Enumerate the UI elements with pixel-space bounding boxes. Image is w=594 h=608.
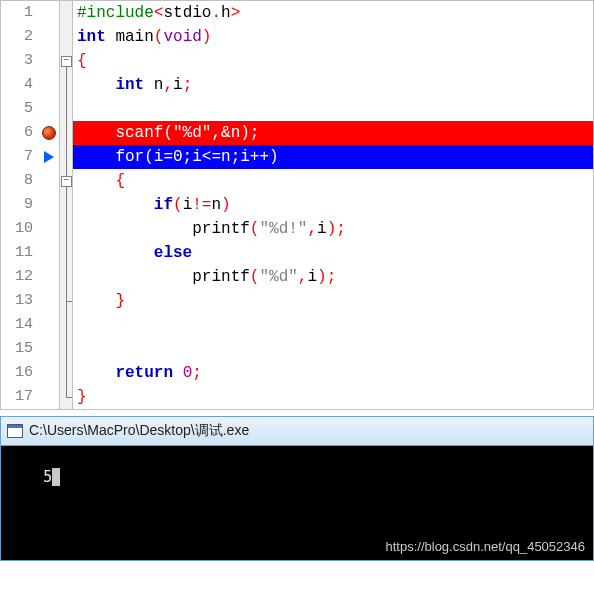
console-text: 5: [43, 468, 52, 486]
code-content[interactable]: #include<stdio.h>: [73, 1, 593, 25]
code-content[interactable]: printf("%d",i);: [73, 265, 593, 289]
line-number: 7: [1, 145, 39, 169]
code-content[interactable]: {: [73, 49, 593, 73]
code-content[interactable]: printf("%d!",i);: [73, 217, 593, 241]
breakpoint-icon[interactable]: [42, 126, 56, 140]
line-number: 5: [1, 97, 39, 121]
gutter-marker[interactable]: [39, 313, 59, 337]
gutter-marker[interactable]: [39, 73, 59, 97]
fold-gutter[interactable]: −: [59, 49, 73, 73]
fold-gutter[interactable]: [59, 289, 73, 313]
gutter-marker[interactable]: [39, 25, 59, 49]
code-editor[interactable]: 1#include<stdio.h>2int main(void)3−{4 in…: [0, 0, 594, 410]
fold-toggle-icon[interactable]: −: [61, 176, 72, 187]
watermark-text: https://blog.csdn.net/qq_45052346: [386, 539, 586, 554]
gutter-marker[interactable]: [39, 361, 59, 385]
editor-line[interactable]: 5: [1, 97, 593, 121]
line-number: 9: [1, 193, 39, 217]
line-number: 13: [1, 289, 39, 313]
editor-line[interactable]: 6 scanf("%d",&n);: [1, 121, 593, 145]
editor-line[interactable]: 14: [1, 313, 593, 337]
editor-line[interactable]: 4 int n,i;: [1, 73, 593, 97]
code-content[interactable]: }: [73, 385, 593, 409]
gutter-marker[interactable]: [39, 145, 59, 169]
editor-line[interactable]: 1#include<stdio.h>: [1, 1, 593, 25]
editor-line[interactable]: 17}: [1, 385, 593, 409]
code-content[interactable]: {: [73, 169, 593, 193]
fold-gutter[interactable]: [59, 121, 73, 145]
code-content[interactable]: [73, 337, 593, 361]
code-content[interactable]: int main(void): [73, 25, 593, 49]
gutter-marker[interactable]: [39, 1, 59, 25]
editor-line[interactable]: 11 else: [1, 241, 593, 265]
editor-line[interactable]: 16 return 0;: [1, 361, 593, 385]
editor-line[interactable]: 10 printf("%d!",i);: [1, 217, 593, 241]
line-number: 11: [1, 241, 39, 265]
editor-line[interactable]: 13 }: [1, 289, 593, 313]
gutter-marker[interactable]: [39, 265, 59, 289]
line-number: 3: [1, 49, 39, 73]
editor-line[interactable]: 3−{: [1, 49, 593, 73]
console-title-text: C:\Users\MacPro\Desktop\调试.exe: [29, 422, 249, 440]
gutter-marker[interactable]: [39, 193, 59, 217]
line-number: 1: [1, 1, 39, 25]
gutter-marker[interactable]: [39, 49, 59, 73]
fold-gutter[interactable]: [59, 217, 73, 241]
fold-gutter[interactable]: −: [59, 169, 73, 193]
fold-gutter[interactable]: [59, 1, 73, 25]
code-content[interactable]: else: [73, 241, 593, 265]
gutter-marker[interactable]: [39, 169, 59, 193]
fold-gutter[interactable]: [59, 361, 73, 385]
gutter-marker[interactable]: [39, 217, 59, 241]
line-number: 8: [1, 169, 39, 193]
line-number: 6: [1, 121, 39, 145]
code-content[interactable]: [73, 313, 593, 337]
line-number: 2: [1, 25, 39, 49]
code-content[interactable]: }: [73, 289, 593, 313]
line-number: 10: [1, 217, 39, 241]
console-icon: [7, 424, 23, 438]
line-number: 4: [1, 73, 39, 97]
code-content[interactable]: for(i=0;i<=n;i++): [73, 145, 593, 169]
fold-gutter[interactable]: [59, 241, 73, 265]
gutter-marker[interactable]: [39, 337, 59, 361]
editor-line[interactable]: 9 if(i!=n): [1, 193, 593, 217]
fold-gutter[interactable]: [59, 97, 73, 121]
line-number: 15: [1, 337, 39, 361]
current-line-icon: [44, 151, 54, 163]
console-titlebar[interactable]: C:\Users\MacPro\Desktop\调试.exe: [0, 416, 594, 446]
line-number: 12: [1, 265, 39, 289]
editor-line[interactable]: 7 for(i=0;i<=n;i++): [1, 145, 593, 169]
fold-gutter[interactable]: [59, 337, 73, 361]
editor-line[interactable]: 2int main(void): [1, 25, 593, 49]
gutter-marker[interactable]: [39, 289, 59, 313]
gutter-marker[interactable]: [39, 241, 59, 265]
line-number: 16: [1, 361, 39, 385]
editor-line[interactable]: 8− {: [1, 169, 593, 193]
code-content[interactable]: if(i!=n): [73, 193, 593, 217]
console-output[interactable]: 5 https://blog.csdn.net/qq_45052346: [0, 446, 594, 561]
code-content[interactable]: scanf("%d",&n);: [73, 121, 593, 145]
code-content[interactable]: int n,i;: [73, 73, 593, 97]
console-cursor: [52, 468, 60, 486]
code-content[interactable]: return 0;: [73, 361, 593, 385]
fold-toggle-icon[interactable]: −: [61, 56, 72, 67]
editor-line[interactable]: 15: [1, 337, 593, 361]
code-content[interactable]: [73, 97, 593, 121]
fold-gutter[interactable]: [59, 193, 73, 217]
gutter-marker[interactable]: [39, 385, 59, 409]
fold-gutter[interactable]: [59, 313, 73, 337]
line-number: 17: [1, 385, 39, 409]
fold-gutter[interactable]: [59, 25, 73, 49]
editor-line[interactable]: 12 printf("%d",i);: [1, 265, 593, 289]
console-window: C:\Users\MacPro\Desktop\调试.exe 5 https:/…: [0, 416, 594, 561]
fold-gutter[interactable]: [59, 265, 73, 289]
gutter-marker[interactable]: [39, 97, 59, 121]
line-number: 14: [1, 313, 39, 337]
fold-gutter[interactable]: [59, 385, 73, 409]
fold-gutter[interactable]: [59, 73, 73, 97]
fold-gutter[interactable]: [59, 145, 73, 169]
gutter-marker[interactable]: [39, 121, 59, 145]
